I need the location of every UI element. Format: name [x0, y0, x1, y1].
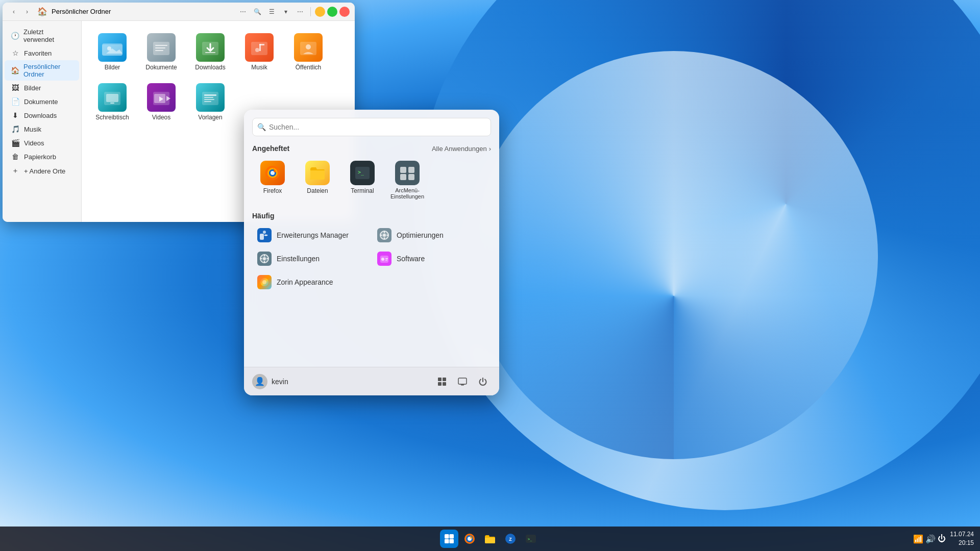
- arcmenu-settings-btn[interactable]: [434, 373, 450, 390]
- arcmenu-power-btn[interactable]: [475, 373, 491, 390]
- arcmenu-freq-zorin-appearance[interactable]: Zorin Appearance: [252, 271, 371, 293]
- svg-rect-37: [408, 174, 414, 180]
- recent-icon: 🕐: [11, 32, 19, 40]
- screen-icon: [458, 377, 467, 386]
- trash-icon: 🗑: [11, 153, 20, 161]
- sidebar-item-dokumente[interactable]: 📄 Dokumente: [5, 95, 79, 108]
- arcmenu-pinned-grid: Firefox Dateien >_: [252, 157, 491, 204]
- svg-rect-5: [155, 45, 167, 46]
- arcmenu-pin-dateien[interactable]: Dateien: [297, 157, 338, 204]
- arcmenu-all-apps-button[interactable]: Alle Anwendungen ›: [432, 145, 491, 153]
- taskbar-terminal[interactable]: >_: [522, 530, 540, 548]
- arcmenu-popup: 🔍 Angeheftet Alle Anwendungen ›: [244, 110, 499, 395]
- svg-text:>_: >_: [528, 537, 532, 541]
- arcmenu-user-avatar: 👤: [252, 374, 267, 389]
- fm-item-bilder[interactable]: Bilder: [90, 29, 135, 75]
- volume-icon: 🔊: [925, 534, 936, 544]
- downloads-folder-icon: [196, 33, 225, 62]
- taskbar-firefox[interactable]: [460, 530, 479, 548]
- arcmenu-search-input[interactable]: [252, 118, 491, 136]
- arcmenu-pin-arcmenu[interactable]: ArcMenü- Einstellungen: [387, 157, 428, 204]
- fm-sort-btn[interactable]: ▾: [280, 6, 292, 18]
- software-label: Software: [397, 255, 425, 263]
- taskbar-clock[interactable]: 11.07.24 20:15: [950, 530, 974, 547]
- fm-back-button[interactable]: ‹: [8, 6, 20, 18]
- fm-item-schreibtisch[interactable]: Schreibtisch: [90, 79, 135, 125]
- favorites-icon: ☆: [11, 49, 20, 57]
- start-button[interactable]: [440, 530, 458, 548]
- fm-item-downloads[interactable]: Downloads: [188, 29, 233, 75]
- taskbar-files-icon: [484, 534, 496, 544]
- fm-search-btn[interactable]: 🔍: [251, 6, 263, 18]
- arcmenu-frequent-title: Häufig: [252, 212, 275, 220]
- svg-rect-6: [155, 47, 165, 48]
- svg-point-15: [306, 44, 311, 49]
- sidebar-item-other[interactable]: ＋ + Andere Orte: [5, 164, 79, 178]
- fm-item-musik[interactable]: Musik: [237, 29, 282, 75]
- arcmenu-pin-firefox[interactable]: Firefox: [252, 157, 293, 204]
- home-icon: 🏠: [11, 66, 19, 74]
- sidebar-item-downloads[interactable]: ⬇ Downloads: [5, 109, 79, 122]
- firefox-icon: [260, 161, 285, 185]
- svg-point-11: [255, 48, 259, 52]
- arcmenu-freq-einstellungen[interactable]: Einstellungen: [252, 247, 371, 270]
- arcmenu-search-area: 🔍: [244, 110, 499, 140]
- sidebar-item-trash[interactable]: 🗑 Papierkorb: [5, 150, 79, 163]
- svg-point-39: [263, 231, 266, 234]
- sidebar-item-recent[interactable]: 🕐 Zuletzt verwendet: [5, 26, 79, 46]
- fm-options-btn[interactable]: ⋯: [294, 6, 306, 18]
- fm-maximize-btn[interactable]: [327, 7, 337, 17]
- fm-forward-button[interactable]: ›: [21, 6, 33, 18]
- dateien-icon: [305, 161, 330, 185]
- videos-folder-icon: [147, 83, 176, 112]
- videos-icon: 🎬: [11, 139, 20, 147]
- windows-logo-icon: [444, 534, 454, 544]
- arcmenu-freq-optimierungen[interactable]: Optimierungen: [372, 224, 491, 246]
- fm-item-vorlagen[interactable]: Vorlagen: [188, 79, 233, 125]
- sidebar-item-musik[interactable]: 🎵 Musik: [5, 122, 79, 136]
- sidebar-item-favorites[interactable]: ☆ Favoriten: [5, 46, 79, 60]
- firefox-label: Firefox: [263, 187, 282, 194]
- arcmenu-freq-software[interactable]: Software: [372, 247, 491, 270]
- dokumente-folder-icon: [147, 33, 176, 62]
- fm-minimize-btn[interactable]: [315, 7, 325, 17]
- vorlagen-folder-icon: [196, 83, 225, 112]
- arcmenu-user-info[interactable]: 👤 kevin: [252, 374, 429, 389]
- optimierungen-icon: [377, 228, 391, 242]
- taskbar-files[interactable]: [481, 530, 499, 548]
- arcmenu-screen-btn[interactable]: [454, 373, 471, 390]
- svg-rect-61: [443, 382, 446, 386]
- taskbar-zorin[interactable]: Z: [501, 530, 520, 548]
- svg-point-47: [263, 257, 266, 260]
- sidebar-item-bilder[interactable]: 🖼 Bilder: [5, 81, 79, 94]
- svg-rect-34: [400, 167, 406, 173]
- music-icon: 🎵: [11, 125, 20, 133]
- documents-icon: 📄: [11, 97, 20, 106]
- arcmenu-settings-label: ArcMenü- Einstellungen: [390, 187, 424, 199]
- sidebar-item-videos[interactable]: 🎬 Videos: [5, 136, 79, 149]
- einstellungen-icon: [257, 252, 272, 266]
- svg-rect-65: [445, 534, 449, 539]
- other-icon: ＋: [11, 166, 20, 176]
- svg-text:>_: >_: [358, 169, 364, 176]
- arcmenu-settings-icon: [395, 161, 420, 185]
- oeffentlich-label: Öffentlich: [296, 64, 321, 71]
- arcmenu-pin-terminal[interactable]: >_ Terminal: [342, 157, 383, 204]
- sidebar-item-home[interactable]: 🏠 Persönlicher Ordner: [5, 60, 79, 81]
- fm-item-oeffentlich[interactable]: Öffentlich: [286, 29, 331, 75]
- dateien-label: Dateien: [307, 187, 328, 194]
- schreibtisch-label: Schreibtisch: [95, 114, 129, 121]
- fm-more-btn[interactable]: ⋯: [237, 6, 249, 18]
- user-avatar-icon: 👤: [255, 377, 265, 386]
- pictures-icon: 🖼: [11, 84, 20, 92]
- power-icon: ⏻: [938, 534, 946, 543]
- svg-rect-36: [400, 174, 406, 180]
- arcmenu-footer-buttons: [434, 373, 491, 390]
- fm-view-btn[interactable]: ☰: [265, 6, 278, 18]
- arcmenu-freq-erweiterung[interactable]: Erweiterungs Manager: [252, 224, 371, 246]
- taskbar: Z >_ 📶 🔊 ⏻ 11.07.24 20:15: [0, 527, 980, 551]
- fm-close-btn[interactable]: [339, 7, 350, 17]
- fm-item-videos[interactable]: Videos: [139, 79, 184, 125]
- fm-item-dokumente[interactable]: Dokumente: [139, 29, 184, 75]
- taskbar-right-area: 📶 🔊 ⏻ 11.07.24 20:15: [913, 530, 974, 547]
